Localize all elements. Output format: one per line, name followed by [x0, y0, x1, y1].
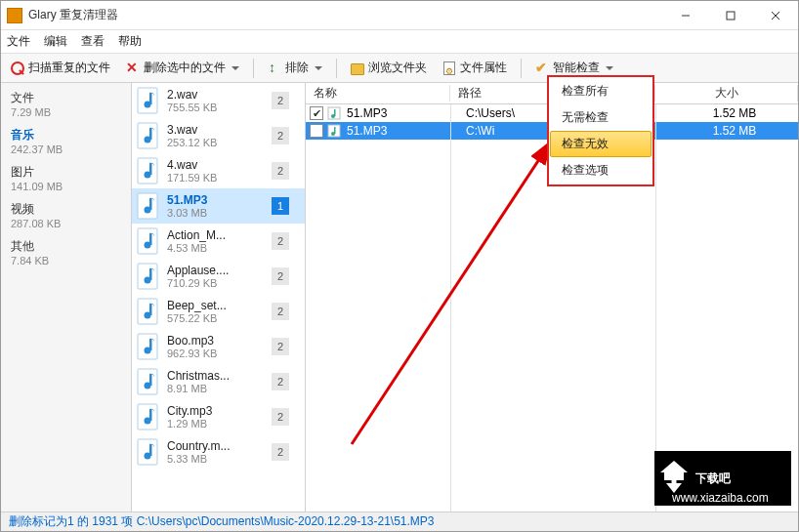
col-name[interactable]: 名称: [306, 85, 450, 102]
svg-rect-12: [149, 163, 152, 175]
check-icon: [535, 61, 549, 75]
row-checkbox[interactable]: [310, 124, 323, 138]
file-size: 253.12 KB: [167, 137, 266, 148]
file-name: Applause....: [167, 264, 266, 277]
svg-rect-27: [149, 339, 152, 350]
menu-item[interactable]: 检查无效: [550, 131, 652, 157]
svg-rect-22: [138, 299, 157, 324]
menu-item[interactable]: 检查选项: [550, 157, 652, 184]
file-size: 755.55 KB: [167, 102, 266, 113]
row-checkbox[interactable]: ✔: [310, 106, 323, 120]
category-文件[interactable]: 文件7.29 MB: [1, 87, 131, 124]
svg-rect-21: [149, 268, 152, 280]
toolbar: 扫描重复的文件 删除选中的文件 排除 浏览文件夹 文件属性 智能检查: [1, 54, 798, 83]
category-sidebar: 文件7.29 MB音乐242.37 MB图片141.09 MB视频287.08 …: [1, 83, 132, 512]
file-item[interactable]: 2.wav755.55 KB2: [132, 83, 305, 118]
duplicate-count: 2: [272, 373, 289, 390]
maximize-button[interactable]: [708, 2, 753, 29]
category-size: 7.29 MB: [11, 106, 121, 118]
delete-selected-button[interactable]: 删除选中的文件: [120, 58, 245, 78]
close-button[interactable]: [753, 2, 798, 29]
category-name: 音乐: [11, 127, 121, 143]
file-name: 51.MP3: [167, 193, 266, 207]
music-file-icon: [134, 87, 161, 114]
duplicate-file-list[interactable]: 2.wav755.55 KB23.wav253.12 KB24.wav171.5…: [132, 83, 306, 512]
file-size: 1.29 MB: [167, 418, 266, 430]
file-size: 171.59 KB: [167, 172, 266, 184]
category-name: 文件: [11, 90, 121, 106]
search-icon: [11, 61, 24, 75]
browse-folder-button[interactable]: 浏览文件夹: [345, 58, 433, 78]
category-其他[interactable]: 其他7.84 KB: [1, 235, 131, 272]
status-text: 删除标记为1 的 1931 项 C:\Users\pc\Documents\Mu…: [9, 513, 435, 530]
separator: [253, 59, 254, 78]
minimize-button[interactable]: [663, 2, 708, 29]
svg-rect-13: [138, 193, 157, 219]
duplicate-count: 2: [272, 338, 289, 355]
properties-icon: [442, 61, 456, 75]
file-item[interactable]: Beep_set...575.22 KB2: [132, 294, 305, 329]
menu-item[interactable]: 无需检查: [550, 104, 652, 131]
music-file-icon: [134, 298, 161, 325]
file-item[interactable]: City.mp31.29 MB2: [132, 399, 305, 434]
file-item[interactable]: 51.MP33.03 MB1: [132, 188, 305, 224]
file-item[interactable]: Country.m...5.33 MB2: [132, 434, 305, 470]
titlebar: Glary 重复清理器: [1, 1, 798, 30]
file-item[interactable]: Christmas...8.91 MB2: [132, 364, 305, 399]
file-size: 3.03 MB: [167, 207, 266, 219]
category-音乐[interactable]: 音乐242.37 MB: [1, 124, 131, 161]
category-图片[interactable]: 图片141.09 MB: [1, 161, 131, 198]
category-视频[interactable]: 视频287.08 KB: [1, 198, 131, 235]
svg-rect-34: [138, 439, 157, 465]
col-size[interactable]: 大小: [655, 85, 798, 102]
music-file-icon: [134, 122, 161, 149]
music-file-icon: [134, 403, 161, 430]
svg-rect-4: [138, 88, 157, 113]
file-props-button[interactable]: 文件属性: [437, 58, 513, 78]
menu-file[interactable]: 文件: [7, 33, 30, 50]
file-name: 3.wav: [167, 123, 266, 137]
file-name: Christmas...: [167, 369, 266, 383]
svg-rect-36: [149, 444, 152, 456]
menu-item[interactable]: 检查所有: [550, 78, 652, 104]
file-name: 4.wav: [167, 158, 266, 172]
music-file-icon: [327, 124, 341, 138]
window-title: Glary 重复清理器: [28, 7, 663, 23]
music-file-icon: [327, 106, 341, 120]
file-item[interactable]: 4.wav171.59 KB2: [132, 153, 305, 188]
menu-view[interactable]: 查看: [81, 33, 105, 50]
svg-rect-7: [138, 123, 157, 148]
category-name: 图片: [11, 164, 121, 181]
duplicate-count: 1: [272, 197, 289, 215]
chevron-down-icon: [606, 66, 613, 70]
music-file-icon: [134, 368, 161, 395]
file-size: 4.53 MB: [167, 242, 266, 254]
app-icon: [7, 8, 22, 23]
sort-button[interactable]: 排除: [262, 58, 328, 78]
file-size: 962.93 KB: [167, 348, 266, 359]
duplicate-count: 2: [272, 92, 289, 109]
menu-help[interactable]: 帮助: [118, 33, 142, 50]
svg-rect-25: [138, 334, 157, 359]
file-item[interactable]: Action_M...4.53 MB2: [132, 224, 305, 259]
category-size: 287.08 KB: [11, 218, 121, 229]
category-name: 视频: [11, 201, 121, 218]
file-item[interactable]: 3.wav253.12 KB2: [132, 118, 305, 153]
menu-edit[interactable]: 编辑: [44, 33, 67, 50]
sort-icon: [268, 61, 281, 75]
chevron-down-icon: [315, 66, 322, 70]
music-file-icon: [134, 263, 161, 290]
duplicate-count: 2: [272, 303, 289, 320]
file-size: 575.22 KB: [167, 312, 266, 324]
menubar: 文件 编辑 查看 帮助: [1, 30, 798, 54]
duplicate-count: 2: [272, 127, 289, 144]
file-item[interactable]: Applause....710.29 KB2: [132, 259, 305, 294]
music-file-icon: [134, 333, 161, 360]
svg-rect-33: [149, 409, 152, 421]
svg-rect-30: [149, 374, 152, 386]
file-name: 2.wav: [167, 88, 266, 102]
file-item[interactable]: Boo.mp3962.93 KB2: [132, 329, 305, 364]
file-size: 710.29 KB: [167, 277, 266, 289]
file-name: Boo.mp3: [167, 334, 266, 348]
scan-button[interactable]: 扫描重复的文件: [5, 58, 116, 78]
